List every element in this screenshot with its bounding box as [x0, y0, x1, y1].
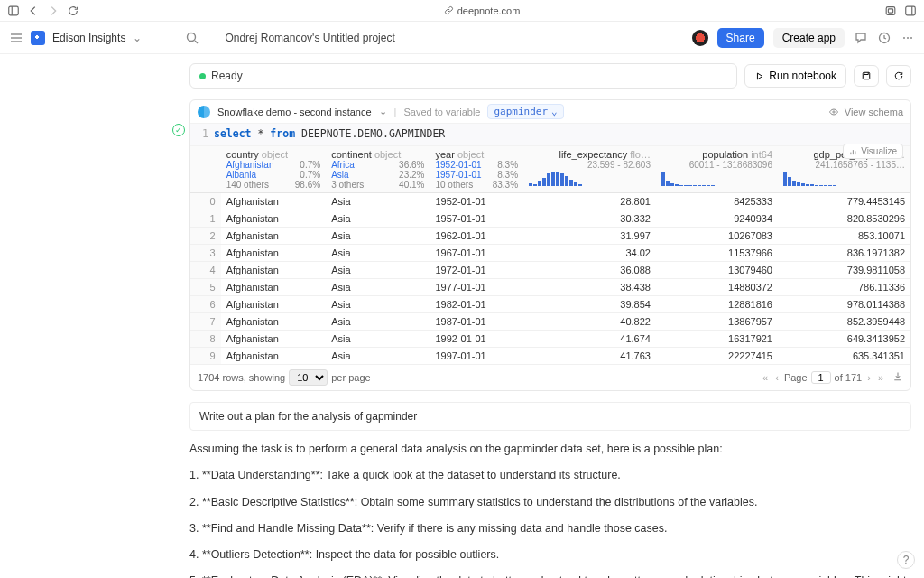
forward-icon [47, 5, 60, 17]
create-app-button[interactable]: Create app [773, 28, 845, 48]
svg-line-10 [195, 41, 198, 43]
col-type: object [262, 149, 288, 160]
chevron-down-icon[interactable]: ⌄ [133, 32, 142, 44]
col-name: life_expectancy [559, 149, 627, 160]
page-label: Page [784, 372, 808, 383]
avatar[interactable] [692, 30, 708, 46]
table-row[interactable]: 6AfghanistanAsia1982-01-0139.85412881816… [190, 296, 910, 313]
reload-icon[interactable] [67, 5, 79, 17]
table-row[interactable]: 7AfghanistanAsia1987-01-0140.82213867957… [190, 313, 910, 331]
table-row[interactable]: 4AfghanistanAsia1972-01-0136.08813079460… [190, 262, 910, 279]
sql-star: * [257, 127, 263, 140]
menu-icon[interactable] [9, 31, 23, 45]
prose-line: 5. **Exploratory Data Analysis (EDA)**: … [189, 572, 911, 578]
visualize-button[interactable]: Visualize [843, 144, 903, 159]
eye-icon [828, 107, 839, 117]
summary-value[interactable]: 1957-01-01 [435, 170, 481, 180]
variable-pill[interactable]: gapminder⌄ [487, 104, 563, 119]
refresh-button[interactable] [886, 65, 911, 87]
page-input[interactable] [811, 371, 831, 384]
help-button[interactable]: ? [897, 551, 915, 569]
table-row[interactable]: 1AfghanistanAsia1957-01-0130.33292409348… [190, 210, 910, 228]
view-schema-link[interactable]: View schema [845, 107, 903, 117]
sparkline [783, 172, 905, 186]
svg-rect-4 [906, 6, 916, 15]
sparkline [661, 172, 772, 186]
prose-line: 4. **Outliers Detection**: Inspect the d… [189, 545, 911, 564]
col-type: object [374, 149, 401, 160]
status-text: Ready [211, 70, 243, 82]
cell-status-gutter: ✓ [172, 124, 187, 138]
table-row[interactable]: 9AfghanistanAsia1997-01-0141.76322227415… [190, 348, 910, 365]
summary-value[interactable]: Afghanistan [226, 160, 274, 170]
back-icon[interactable] [27, 5, 40, 17]
col-range: 23.599 - 82.603 [529, 160, 651, 170]
svg-rect-2 [886, 6, 895, 14]
col-range: 241.1658765 - 1135… [783, 160, 905, 170]
chart-icon [849, 147, 858, 156]
history-icon[interactable] [877, 31, 892, 45]
kernel-status[interactable]: Ready [189, 63, 737, 89]
page-size-select[interactable]: 10 [289, 369, 328, 386]
prev-page-icon[interactable]: ‹ [773, 372, 781, 383]
workspace-logo [31, 31, 45, 45]
table-row[interactable]: 5AfghanistanAsia1977-01-0138.43814880372… [190, 279, 910, 296]
notebook-scroll[interactable]: Ready Run notebook ✓ Snowflake demo - se… [0, 54, 924, 578]
download-icon[interactable] [892, 371, 903, 384]
table-row[interactable]: 0AfghanistanAsia1952-01-0128.80184253337… [190, 193, 910, 210]
svg-rect-3 [888, 8, 892, 12]
last-page-icon[interactable]: » [876, 372, 885, 383]
prose-line: 3. **Find and Handle Missing Data**: Ver… [189, 519, 911, 538]
run-notebook-button[interactable]: Run notebook [744, 64, 846, 88]
search-icon[interactable] [185, 31, 199, 45]
first-page-icon[interactable]: « [761, 372, 770, 383]
col-type: int64 [751, 149, 772, 160]
svg-point-13 [907, 37, 909, 39]
app-header: Edison Insights ⌄ Ondrej Romancov's Unti… [0, 22, 924, 54]
save-button[interactable] [854, 65, 879, 87]
summary-pct: 8.3% [497, 170, 518, 180]
sidebar-toggle-icon[interactable] [7, 5, 20, 17]
table-row[interactable]: 3AfghanistanAsia1967-01-0134.02115379668… [190, 245, 910, 262]
summary-pct: 98.6% [295, 180, 320, 190]
share-button[interactable]: Share [717, 28, 764, 48]
prose-line: 1. **Data Understanding**: Take a quick … [189, 466, 911, 485]
per-page-label: per page [331, 372, 370, 383]
summary-value[interactable]: Albania [226, 170, 256, 180]
summary-value: 10 others [435, 180, 473, 190]
breadcrumb[interactable]: Ondrej Romancov's Untitled project [225, 32, 394, 44]
comments-icon[interactable] [854, 31, 868, 45]
rows-count: 1704 rows, showing [198, 372, 285, 383]
variable-name: gapminder [494, 106, 548, 117]
extensions-icon[interactable] [884, 5, 897, 17]
summary-value[interactable]: Asia [331, 170, 348, 180]
sql-ident: DEEPNOTE.DEMO.GAPMINDER [301, 127, 445, 140]
svg-point-16 [833, 110, 835, 112]
cell-header: Snowflake demo - second instance ⌄ | Sav… [190, 100, 910, 124]
summary-pct: 83.3% [493, 180, 518, 190]
next-page-icon[interactable]: › [865, 372, 873, 383]
summary-value: 140 others [226, 180, 269, 190]
saved-to-label: Saved to variable [403, 107, 480, 117]
col-name: continent [331, 149, 372, 160]
data-source[interactable]: Snowflake demo - second instance [217, 107, 372, 117]
url-bar[interactable]: deepnote.com [87, 5, 877, 16]
table-row[interactable]: 8AfghanistanAsia1992-01-0141.67416317921… [190, 331, 910, 348]
chevron-down-icon[interactable]: ⌄ [379, 106, 387, 117]
sql-editor[interactable]: 1 select * from DEEPNOTE.DEMO.GAPMINDER [190, 124, 910, 146]
col-name: year [435, 149, 454, 160]
summary-pct: 8.3% [497, 160, 518, 170]
svg-rect-0 [9, 6, 19, 15]
panel-toggle-icon[interactable] [904, 5, 917, 17]
summary-value[interactable]: Africa [331, 160, 355, 170]
status-dot-icon [199, 73, 206, 79]
table-row[interactable]: 2AfghanistanAsia1962-01-0131.99710267083… [190, 228, 910, 245]
workspace-name[interactable]: Edison Insights [52, 32, 125, 44]
svg-point-12 [903, 37, 905, 39]
summary-value[interactable]: 1952-01-01 [435, 160, 481, 170]
run-notebook-label: Run notebook [769, 70, 836, 82]
more-icon[interactable] [901, 31, 915, 45]
sql-cell: ✓ Snowflake demo - second instance ⌄ | S… [189, 99, 911, 391]
url-text: deepnote.com [457, 5, 521, 16]
prompt-text: Write out a plan for the analysis of gap… [199, 410, 417, 423]
